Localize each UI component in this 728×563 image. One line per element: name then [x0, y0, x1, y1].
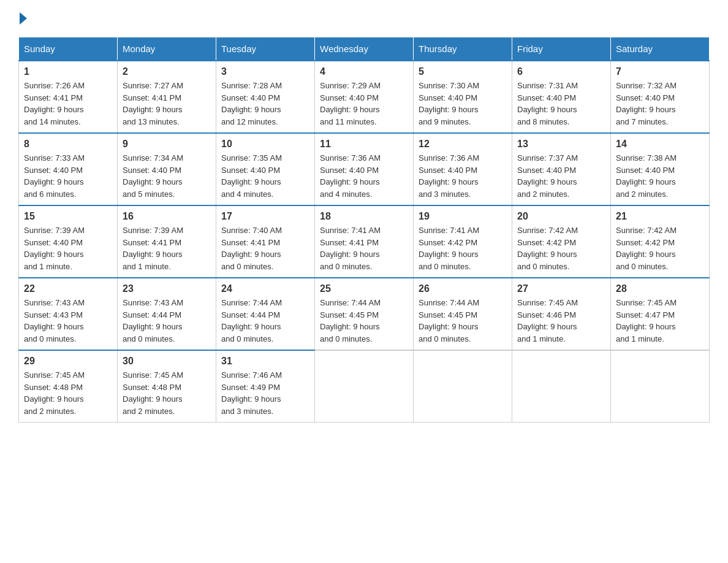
- calendar-cell: 20 Sunrise: 7:42 AM Sunset: 4:42 PM Dayl…: [512, 205, 611, 278]
- day-info: Sunrise: 7:33 AM Sunset: 4:40 PM Dayligh…: [24, 152, 112, 200]
- day-number: 13: [517, 139, 605, 150]
- calendar-cell: 29 Sunrise: 7:45 AM Sunset: 4:48 PM Dayl…: [19, 350, 118, 423]
- calendar-cell: 4 Sunrise: 7:29 AM Sunset: 4:40 PM Dayli…: [315, 61, 414, 133]
- day-number: 2: [123, 66, 211, 77]
- calendar-cell: 31 Sunrise: 7:46 AM Sunset: 4:49 PM Dayl…: [216, 350, 315, 423]
- day-number: 18: [320, 211, 408, 222]
- calendar-week-row: 22 Sunrise: 7:43 AM Sunset: 4:43 PM Dayl…: [19, 278, 710, 350]
- day-number: 7: [616, 66, 704, 77]
- day-number: 17: [221, 211, 309, 222]
- day-info: Sunrise: 7:39 AM Sunset: 4:40 PM Dayligh…: [24, 224, 112, 272]
- weekday-header-monday: Monday: [118, 37, 216, 61]
- calendar-cell: [414, 350, 512, 423]
- day-number: 9: [123, 139, 211, 150]
- day-number: 19: [419, 211, 507, 222]
- day-info: Sunrise: 7:27 AM Sunset: 4:41 PM Dayligh…: [123, 80, 211, 128]
- calendar-cell: [315, 350, 414, 423]
- day-info: Sunrise: 7:35 AM Sunset: 4:40 PM Dayligh…: [221, 152, 309, 200]
- calendar-cell: 10 Sunrise: 7:35 AM Sunset: 4:40 PM Dayl…: [216, 133, 315, 205]
- calendar-cell: 27 Sunrise: 7:45 AM Sunset: 4:46 PM Dayl…: [512, 278, 611, 350]
- calendar-cell: 5 Sunrise: 7:30 AM Sunset: 4:40 PM Dayli…: [414, 61, 512, 133]
- day-info: Sunrise: 7:45 AM Sunset: 4:47 PM Dayligh…: [616, 297, 704, 345]
- calendar-cell: [512, 350, 611, 423]
- day-info: Sunrise: 7:40 AM Sunset: 4:41 PM Dayligh…: [221, 224, 309, 272]
- calendar-cell: 3 Sunrise: 7:28 AM Sunset: 4:40 PM Dayli…: [216, 61, 315, 133]
- calendar-cell: 7 Sunrise: 7:32 AM Sunset: 4:40 PM Dayli…: [611, 61, 710, 133]
- day-number: 3: [221, 66, 309, 77]
- day-number: 16: [123, 211, 211, 222]
- calendar-cell: 11 Sunrise: 7:36 AM Sunset: 4:40 PM Dayl…: [315, 133, 414, 205]
- calendar-cell: 8 Sunrise: 7:33 AM Sunset: 4:40 PM Dayli…: [19, 133, 118, 205]
- day-info: Sunrise: 7:36 AM Sunset: 4:40 PM Dayligh…: [419, 152, 507, 200]
- day-number: 5: [419, 66, 507, 77]
- day-info: Sunrise: 7:42 AM Sunset: 4:42 PM Dayligh…: [616, 224, 704, 272]
- day-number: 6: [517, 66, 605, 77]
- calendar-week-row: 29 Sunrise: 7:45 AM Sunset: 4:48 PM Dayl…: [19, 350, 710, 423]
- day-number: 27: [517, 283, 605, 294]
- day-info: Sunrise: 7:44 AM Sunset: 4:45 PM Dayligh…: [320, 297, 408, 345]
- calendar-week-row: 8 Sunrise: 7:33 AM Sunset: 4:40 PM Dayli…: [19, 133, 710, 205]
- weekday-header-friday: Friday: [512, 37, 611, 61]
- calendar-week-row: 1 Sunrise: 7:26 AM Sunset: 4:41 PM Dayli…: [19, 61, 710, 133]
- calendar-table: SundayMondayTuesdayWednesdayThursdayFrid…: [18, 37, 710, 423]
- logo: [18, 12, 28, 25]
- day-number: 4: [320, 66, 408, 77]
- calendar-cell: 25 Sunrise: 7:44 AM Sunset: 4:45 PM Dayl…: [315, 278, 414, 350]
- calendar-cell: 24 Sunrise: 7:44 AM Sunset: 4:44 PM Dayl…: [216, 278, 315, 350]
- day-info: Sunrise: 7:29 AM Sunset: 4:40 PM Dayligh…: [320, 80, 408, 128]
- day-info: Sunrise: 7:36 AM Sunset: 4:40 PM Dayligh…: [320, 152, 408, 200]
- day-number: 26: [419, 283, 507, 294]
- weekday-header-wednesday: Wednesday: [315, 37, 414, 61]
- day-number: 30: [123, 356, 211, 367]
- day-number: 28: [616, 283, 704, 294]
- calendar-cell: 26 Sunrise: 7:44 AM Sunset: 4:45 PM Dayl…: [414, 278, 512, 350]
- day-number: 10: [221, 139, 309, 150]
- day-info: Sunrise: 7:26 AM Sunset: 4:41 PM Dayligh…: [24, 80, 112, 128]
- day-number: 24: [221, 283, 309, 294]
- day-number: 22: [24, 283, 112, 294]
- calendar-week-row: 15 Sunrise: 7:39 AM Sunset: 4:40 PM Dayl…: [19, 205, 710, 278]
- calendar-cell: 28 Sunrise: 7:45 AM Sunset: 4:47 PM Dayl…: [611, 278, 710, 350]
- day-number: 20: [517, 211, 605, 222]
- weekday-header-row: SundayMondayTuesdayWednesdayThursdayFrid…: [19, 37, 710, 61]
- day-number: 23: [123, 283, 211, 294]
- day-info: Sunrise: 7:41 AM Sunset: 4:41 PM Dayligh…: [320, 224, 408, 272]
- day-info: Sunrise: 7:31 AM Sunset: 4:40 PM Dayligh…: [517, 80, 605, 128]
- weekday-header-sunday: Sunday: [19, 37, 118, 61]
- day-number: 15: [24, 211, 112, 222]
- calendar-cell: 6 Sunrise: 7:31 AM Sunset: 4:40 PM Dayli…: [512, 61, 611, 133]
- calendar-cell: 9 Sunrise: 7:34 AM Sunset: 4:40 PM Dayli…: [118, 133, 216, 205]
- day-info: Sunrise: 7:38 AM Sunset: 4:40 PM Dayligh…: [616, 152, 704, 200]
- day-number: 14: [616, 139, 704, 150]
- day-info: Sunrise: 7:43 AM Sunset: 4:44 PM Dayligh…: [123, 297, 211, 345]
- day-info: Sunrise: 7:45 AM Sunset: 4:48 PM Dayligh…: [123, 369, 211, 417]
- calendar-cell: 19 Sunrise: 7:41 AM Sunset: 4:42 PM Dayl…: [414, 205, 512, 278]
- day-number: 1: [24, 66, 112, 77]
- day-info: Sunrise: 7:32 AM Sunset: 4:40 PM Dayligh…: [616, 80, 704, 128]
- calendar-cell: [611, 350, 710, 423]
- calendar-cell: 1 Sunrise: 7:26 AM Sunset: 4:41 PM Dayli…: [19, 61, 118, 133]
- calendar-cell: 16 Sunrise: 7:39 AM Sunset: 4:41 PM Dayl…: [118, 205, 216, 278]
- calendar-cell: 17 Sunrise: 7:40 AM Sunset: 4:41 PM Dayl…: [216, 205, 315, 278]
- day-number: 25: [320, 283, 408, 294]
- day-info: Sunrise: 7:37 AM Sunset: 4:40 PM Dayligh…: [517, 152, 605, 200]
- calendar-cell: 13 Sunrise: 7:37 AM Sunset: 4:40 PM Dayl…: [512, 133, 611, 205]
- day-info: Sunrise: 7:42 AM Sunset: 4:42 PM Dayligh…: [517, 224, 605, 272]
- day-info: Sunrise: 7:43 AM Sunset: 4:43 PM Dayligh…: [24, 297, 112, 345]
- calendar-cell: 15 Sunrise: 7:39 AM Sunset: 4:40 PM Dayl…: [19, 205, 118, 278]
- day-number: 29: [24, 356, 112, 367]
- day-info: Sunrise: 7:46 AM Sunset: 4:49 PM Dayligh…: [221, 369, 309, 417]
- day-info: Sunrise: 7:45 AM Sunset: 4:46 PM Dayligh…: [517, 297, 605, 345]
- calendar-cell: 22 Sunrise: 7:43 AM Sunset: 4:43 PM Dayl…: [19, 278, 118, 350]
- day-info: Sunrise: 7:28 AM Sunset: 4:40 PM Dayligh…: [221, 80, 309, 128]
- calendar-cell: 14 Sunrise: 7:38 AM Sunset: 4:40 PM Dayl…: [611, 133, 710, 205]
- calendar-cell: 12 Sunrise: 7:36 AM Sunset: 4:40 PM Dayl…: [414, 133, 512, 205]
- day-info: Sunrise: 7:45 AM Sunset: 4:48 PM Dayligh…: [24, 369, 112, 417]
- weekday-header-thursday: Thursday: [414, 37, 512, 61]
- logo-arrow-icon: [20, 12, 27, 25]
- weekday-header-saturday: Saturday: [611, 37, 710, 61]
- page-header: [18, 12, 710, 25]
- day-number: 21: [616, 211, 704, 222]
- weekday-header-tuesday: Tuesday: [216, 37, 315, 61]
- calendar-cell: 30 Sunrise: 7:45 AM Sunset: 4:48 PM Dayl…: [118, 350, 216, 423]
